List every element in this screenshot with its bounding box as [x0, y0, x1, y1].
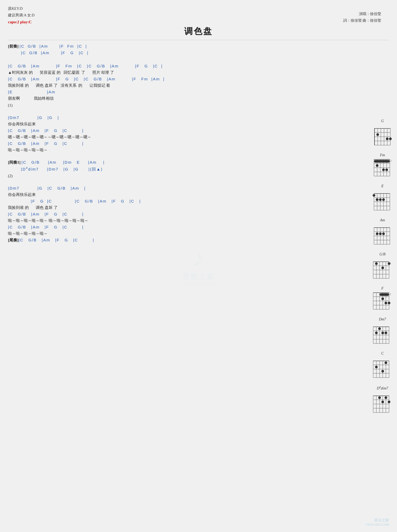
svg-point-14 — [376, 133, 379, 136]
svg-point-135 — [381, 370, 384, 373]
chord-Dm7-svg: × — [371, 327, 394, 346]
interlude1-note: (2) — [8, 173, 336, 179]
verse1-chord-2: |C G/B |Am |F G |C |C G/B |Am |F Fm |Am … — [8, 76, 336, 82]
svg-point-150 — [378, 396, 381, 399]
verse1-chord-3: |E |Am — [8, 89, 336, 95]
svg-point-67 — [382, 232, 385, 235]
chord-Ddim7: D#dim7 × × — [371, 386, 394, 416]
svg-point-99 — [381, 297, 384, 300]
chord-Ddim7-svg: × × — [371, 396, 394, 415]
chorus2-chord-1: |Dm7 |G |C G/B |Am | — [8, 185, 336, 191]
chorus2-chord-3: |C G/B |Am |F G |C | — [8, 211, 336, 217]
chord-Dm7: Dm7 × — [371, 317, 394, 347]
chord-E: E — [371, 184, 394, 213]
svg-point-47 — [373, 194, 375, 197]
interlude1-section: [间奏1] |C G/B |Am |Dm E |Am | |D#dim7 |Dm… — [8, 159, 336, 179]
chord-GB: G/B × × — [371, 252, 394, 282]
performer: 演唱：徐佳莹 — [343, 11, 381, 17]
meta-left: 原KEY:D 建议男调:A 女:D capo:2 play:C — [8, 5, 389, 26]
song-title: 调色盘 — [8, 26, 389, 37]
chorus1-chord-1: |Dm7 |G |G | — [8, 115, 336, 120]
svg-point-119 — [385, 332, 387, 334]
svg-text:1: 1 — [390, 159, 392, 162]
page: 原KEY:D 建议男调:A 女:D capo:2 play:C 调色盘 演唱：徐… — [0, 0, 397, 532]
watermark: ♪ 音樂之家 YINYUEZJ.COM — [181, 245, 216, 287]
chord-Fm: Fm 1 — [371, 153, 394, 179]
chorus1-section: |Dm7 |G |G | 你会再快乐起来 |C G/B |Am |F G |C … — [8, 115, 336, 153]
original-key: 原KEY:D — [8, 5, 389, 12]
recommended-key: 建议男调:A 女:D — [8, 12, 389, 19]
chord-C-svg: × — [371, 361, 394, 380]
footer-watermark: 音乐之家 YINYUEZJ.COM — [366, 518, 389, 527]
meta-right: 演唱：徐佳莹 詞：徐佳莹 曲：徐佳莹 — [343, 11, 381, 24]
interlude1-chord-2: |D#dim7 |Dm7 |G |G |(回▲) — [8, 167, 103, 171]
svg-point-81 — [375, 262, 378, 265]
svg-point-153 — [388, 401, 390, 403]
svg-text:2: 2 — [390, 293, 391, 296]
svg-point-66 — [379, 232, 382, 235]
prelude-chord-2: |C G/B |Am |F G |C | — [8, 51, 89, 55]
footer-url: YINYUEZJ.COM — [366, 523, 389, 527]
chorus2-chord-4: |C G/B |Am |F G |C | — [8, 224, 336, 230]
svg-point-117 — [378, 327, 381, 330]
svg-point-118 — [381, 332, 384, 334]
prelude-chord-1: |C G/B |Am |F Fm |C | — [20, 44, 87, 48]
svg-point-134 — [375, 366, 378, 368]
chorus2-lyric-1: 你会再快乐起来 — [8, 191, 336, 198]
svg-point-51 — [382, 198, 385, 201]
svg-point-16 — [389, 137, 392, 140]
chord-E-svg — [371, 193, 394, 212]
verse1-chord-1: |C G/B |Am |F Fm |C |C G/B |Am |F G |C | — [8, 63, 336, 69]
prelude-label: [前奏] — [8, 44, 20, 48]
chorus2-chord-2: |F G |C |C G/B |Am |F G |C | — [8, 198, 336, 204]
chord-Am-svg — [371, 227, 394, 246]
content-area: [前奏] |C G/B |Am |F Fm |C | |C G/B |Am |F… — [8, 43, 336, 243]
chorus2-lyric-4: 啦～啦～啦～啦～啦～ — [8, 230, 336, 237]
outro-chord: |C G/B |Am |F G |C | — [19, 238, 94, 242]
chord-F-svg: 2 × × — [371, 292, 394, 311]
svg-point-101 — [388, 302, 390, 304]
chord-GB-svg: × × — [371, 262, 394, 281]
chorus1-lyric-1: 你会再快乐起来 — [8, 121, 336, 127]
svg-point-116 — [375, 332, 378, 334]
chord-G: G — [371, 119, 394, 148]
chorus1-lyric-2: 嗯～嗯～嗯～嗯～嗯～～嗯～嗯～嗯～嗯～嗯～ — [8, 134, 336, 140]
prelude-section: [前奏] |C G/B |Am |F Fm |C | |C G/B |Am |F… — [8, 43, 336, 56]
interlude1-chord-1: |C G/B |Am |Dm E |Am | — [21, 160, 105, 164]
verse1-lyric-1: ▲时间灰灰 的 笑容蓝蓝 的 回忆凝固 了 照片 却湮 了 — [8, 69, 336, 76]
chord-F: F 2 × × — [371, 286, 394, 313]
capo-info: capo:2 play:C — [8, 19, 389, 26]
svg-point-100 — [385, 302, 387, 304]
svg-point-151 — [381, 401, 384, 403]
svg-point-136 — [385, 361, 387, 364]
interlude1-label: [间奏1] — [8, 160, 21, 164]
verse1-lyric-3: 朋友啊 我始终相信 — [8, 95, 336, 102]
verse1-lyric-2: 我捡到谁 的 调色 盘坏 了 没有关系 的 让我惦记 着 — [8, 82, 336, 89]
chorus2-section: |Dm7 |G |C G/B |Am | 你会再快乐起来 |F G |C |C … — [8, 185, 336, 243]
chorus1-chord-3: |C G/B |Am |F G |C | — [8, 141, 336, 146]
chorus2-lyric-2: 我捡到谁 的 调色 盘坏 了 — [8, 204, 336, 211]
watermark-text: 音樂之家 — [181, 272, 216, 282]
verse1-note: (1) — [8, 102, 336, 108]
chorus2-lyric-3: 啦～啦～啦～啦～啦～ 啦～啦～啦～啦～啦～ — [8, 217, 336, 224]
svg-point-50 — [379, 198, 382, 201]
svg-point-15 — [386, 137, 389, 140]
svg-point-32 — [385, 168, 388, 171]
verse1-section: |C G/B |Am |F Fm |C |C G/B |Am |F G |C |… — [8, 63, 336, 108]
chorus1-lyric-3: 啦～啦～啦～啦～啦～ — [8, 147, 336, 153]
lyricist: 詞：徐佳莹 曲：徐佳莹 — [343, 17, 381, 24]
svg-point-49 — [376, 198, 378, 201]
svg-point-152 — [385, 396, 387, 399]
svg-point-30 — [376, 164, 378, 167]
svg-point-31 — [382, 168, 385, 171]
chord-Am: Am — [371, 218, 394, 247]
svg-rect-98 — [380, 293, 389, 296]
svg-rect-29 — [374, 160, 390, 163]
chord-diagrams: G — [371, 119, 394, 416]
chord-C: C × — [371, 351, 394, 381]
svg-point-82 — [381, 267, 384, 269]
chord-G-svg — [372, 128, 393, 147]
chorus1-chord-2: |C G/B |Am |F G |C | — [8, 128, 336, 133]
svg-point-83 — [388, 262, 390, 265]
chord-Fm-svg: 1 — [371, 159, 394, 178]
